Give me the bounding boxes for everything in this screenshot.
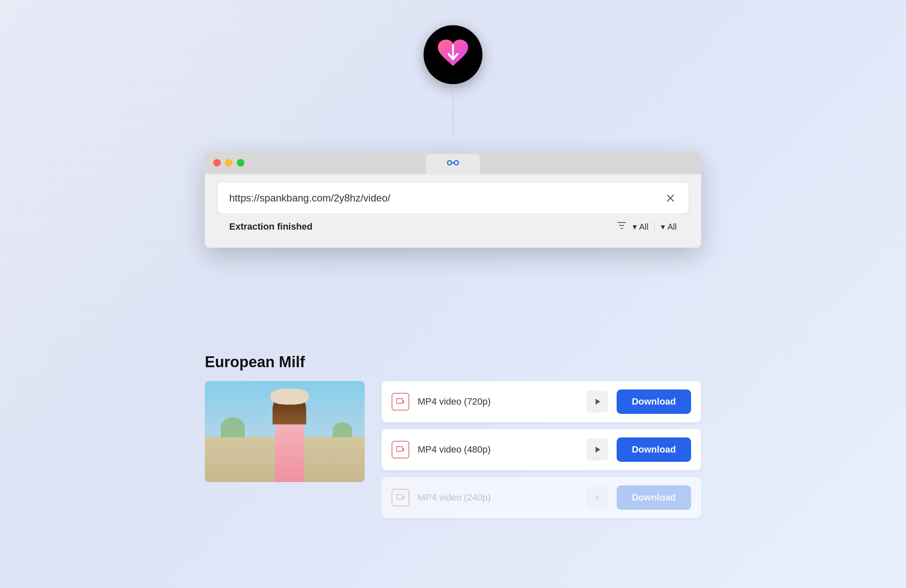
thumbnail-bg — [205, 381, 365, 482]
video-thumbnail — [205, 381, 365, 482]
main-content: European Milf — [205, 353, 701, 518]
download-items: MP4 video (720p) Download MP4 video (480… — [381, 381, 701, 518]
url-bar: https://spankbang.com/2y8hz/video/ — [217, 183, 689, 214]
app-icon — [424, 25, 482, 84]
clear-url-button[interactable] — [664, 192, 677, 204]
browser-tab-area — [205, 151, 701, 174]
download-item-480p: MP4 video (480p) Download — [381, 429, 701, 470]
filter-dropdown-2[interactable]: ▾ All — [661, 222, 677, 232]
download-button-480p[interactable]: Download — [617, 437, 691, 462]
format-label-480p: MP4 video (480p) — [418, 444, 578, 455]
filter-bar: Extraction finished ▾ All ▾ All — [217, 214, 689, 239]
preview-button-240p[interactable] — [586, 487, 608, 509]
video-format-icon-480p — [392, 441, 409, 458]
filter-dropdown-1-arrow: ▾ — [633, 222, 637, 232]
browser-tab[interactable] — [426, 154, 480, 174]
browser-window: https://spankbang.com/2y8hz/video/ Extra… — [205, 151, 701, 248]
filter-dropdown-1[interactable]: ▾ All — [633, 222, 649, 232]
link-icon — [447, 158, 459, 170]
video-format-icon-720p — [392, 393, 409, 411]
browser-titlebar — [205, 151, 701, 174]
video-format-icon-240p — [392, 489, 409, 506]
preview-button-720p[interactable] — [586, 391, 608, 413]
filter-dropdown-2-arrow: ▾ — [661, 222, 665, 232]
connector-line — [453, 84, 453, 135]
svg-rect-2 — [454, 161, 458, 165]
svg-marker-9 — [596, 447, 600, 453]
app-icon-container — [424, 25, 482, 135]
url-text: https://spankbang.com/2y8hz/video/ — [229, 192, 664, 204]
download-button-240p[interactable]: Download — [617, 485, 691, 510]
filter-dropdown-1-label: All — [639, 222, 649, 232]
filter-controls: ▾ All ▾ All — [617, 221, 677, 233]
download-item-240p: MP4 video (240p) Download — [381, 477, 701, 518]
format-label-240p: MP4 video (240p) — [418, 492, 578, 503]
svg-rect-1 — [448, 161, 452, 165]
format-label-720p: MP4 video (720p) — [418, 396, 578, 407]
svg-rect-10 — [397, 495, 403, 499]
extraction-status: Extraction finished — [229, 221, 313, 232]
filter-dropdown-2-label: All — [668, 222, 677, 232]
svg-rect-6 — [397, 399, 403, 403]
svg-marker-7 — [596, 399, 600, 405]
content-layout: MP4 video (720p) Download MP4 video (480… — [205, 381, 701, 518]
svg-marker-11 — [596, 495, 600, 501]
browser-content: https://spankbang.com/2y8hz/video/ Extra… — [205, 174, 701, 248]
download-button-720p[interactable]: Download — [617, 389, 691, 414]
svg-rect-8 — [397, 447, 403, 451]
preview-button-480p[interactable] — [586, 439, 608, 461]
download-item-720p: MP4 video (720p) Download — [381, 381, 701, 422]
filter-icon — [617, 221, 627, 233]
filter-divider — [654, 221, 655, 233]
video-title: European Milf — [205, 353, 701, 371]
